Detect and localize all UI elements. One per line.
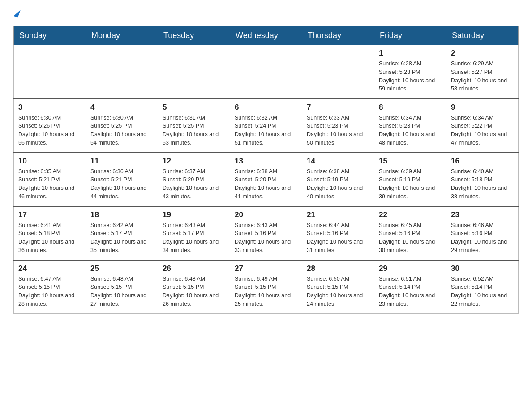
calendar-cell: 1Sunrise: 6:28 AMSunset: 5:28 PMDaylight… <box>374 45 446 99</box>
calendar-cell: 15Sunrise: 6:39 AMSunset: 5:19 PMDayligh… <box>374 153 446 206</box>
calendar-cell <box>158 45 230 99</box>
calendar-cell: 23Sunrise: 6:46 AMSunset: 5:16 PMDayligh… <box>446 206 519 260</box>
calendar-cell: 29Sunrise: 6:51 AMSunset: 5:14 PMDayligh… <box>374 260 446 314</box>
day-number: 21 <box>307 210 369 219</box>
calendar-cell: 3Sunrise: 6:30 AMSunset: 5:26 PMDaylight… <box>14 99 86 153</box>
day-number: 15 <box>379 157 442 166</box>
calendar-cell: 9Sunrise: 6:34 AMSunset: 5:22 PMDaylight… <box>446 99 519 153</box>
day-number: 2 <box>451 49 514 58</box>
calendar-cell: 6Sunrise: 6:32 AMSunset: 5:24 PMDaylight… <box>230 99 302 153</box>
calendar-cell: 5Sunrise: 6:31 AMSunset: 5:25 PMDaylight… <box>158 99 230 153</box>
calendar-cell: 12Sunrise: 6:37 AMSunset: 5:20 PMDayligh… <box>158 153 230 206</box>
day-info: Sunrise: 6:47 AMSunset: 5:15 PMDaylight:… <box>18 275 81 308</box>
calendar-cell <box>230 45 302 99</box>
day-number: 20 <box>235 210 297 219</box>
weekday-header-tuesday: Tuesday <box>158 26 230 45</box>
week-row-3: 10Sunrise: 6:35 AMSunset: 5:21 PMDayligh… <box>14 153 519 206</box>
calendar-cell: 4Sunrise: 6:30 AMSunset: 5:25 PMDaylight… <box>86 99 158 153</box>
calendar-cell: 16Sunrise: 6:40 AMSunset: 5:18 PMDayligh… <box>446 153 519 206</box>
calendar-cell: 18Sunrise: 6:42 AMSunset: 5:17 PMDayligh… <box>86 206 158 260</box>
day-number: 1 <box>379 49 442 58</box>
week-row-4: 17Sunrise: 6:41 AMSunset: 5:18 PMDayligh… <box>14 206 519 260</box>
calendar-cell: 21Sunrise: 6:44 AMSunset: 5:16 PMDayligh… <box>302 206 374 260</box>
calendar-header-row: SundayMondayTuesdayWednesdayThursdayFrid… <box>14 26 519 45</box>
weekday-header-friday: Friday <box>374 26 446 45</box>
calendar-cell: 28Sunrise: 6:50 AMSunset: 5:15 PMDayligh… <box>302 260 374 314</box>
day-number: 22 <box>379 210 442 219</box>
calendar-cell <box>14 45 86 99</box>
day-number: 12 <box>163 157 225 166</box>
day-number: 10 <box>18 157 81 166</box>
calendar-cell: 22Sunrise: 6:45 AMSunset: 5:16 PMDayligh… <box>374 206 446 260</box>
logo <box>13 9 19 17</box>
weekday-header-wednesday: Wednesday <box>230 26 302 45</box>
day-info: Sunrise: 6:42 AMSunset: 5:17 PMDaylight:… <box>90 221 153 255</box>
calendar-cell <box>302 45 374 99</box>
calendar-cell: 11Sunrise: 6:36 AMSunset: 5:21 PMDayligh… <box>86 153 158 206</box>
day-info: Sunrise: 6:41 AMSunset: 5:18 PMDaylight:… <box>18 221 81 255</box>
page-header <box>13 9 519 17</box>
day-info: Sunrise: 6:50 AMSunset: 5:15 PMDaylight:… <box>307 275 369 308</box>
day-number: 17 <box>18 210 81 219</box>
calendar-cell: 10Sunrise: 6:35 AMSunset: 5:21 PMDayligh… <box>14 153 86 206</box>
weekday-header-thursday: Thursday <box>302 26 374 45</box>
day-info: Sunrise: 6:37 AMSunset: 5:20 PMDaylight:… <box>163 167 225 201</box>
calendar-cell: 26Sunrise: 6:48 AMSunset: 5:15 PMDayligh… <box>158 260 230 314</box>
day-info: Sunrise: 6:30 AMSunset: 5:25 PMDaylight:… <box>90 114 153 147</box>
calendar-table: SundayMondayTuesdayWednesdayThursdayFrid… <box>13 26 519 314</box>
calendar-cell: 8Sunrise: 6:34 AMSunset: 5:23 PMDaylight… <box>374 99 446 153</box>
calendar-cell: 27Sunrise: 6:49 AMSunset: 5:15 PMDayligh… <box>230 260 302 314</box>
weekday-header-monday: Monday <box>86 26 158 45</box>
calendar-cell: 30Sunrise: 6:52 AMSunset: 5:14 PMDayligh… <box>446 260 519 314</box>
calendar-cell: 17Sunrise: 6:41 AMSunset: 5:18 PMDayligh… <box>14 206 86 260</box>
day-number: 30 <box>451 264 514 273</box>
day-info: Sunrise: 6:34 AMSunset: 5:22 PMDaylight:… <box>451 114 514 147</box>
day-info: Sunrise: 6:45 AMSunset: 5:16 PMDaylight:… <box>379 221 442 255</box>
logo-triangle-icon <box>13 9 21 17</box>
day-info: Sunrise: 6:38 AMSunset: 5:20 PMDaylight:… <box>235 167 297 201</box>
day-number: 19 <box>163 210 225 219</box>
day-number: 28 <box>307 264 369 273</box>
day-number: 29 <box>379 264 442 273</box>
day-number: 3 <box>18 103 81 112</box>
day-number: 4 <box>90 103 153 112</box>
day-info: Sunrise: 6:46 AMSunset: 5:16 PMDaylight:… <box>451 221 514 255</box>
day-info: Sunrise: 6:38 AMSunset: 5:19 PMDaylight:… <box>307 167 369 201</box>
day-info: Sunrise: 6:43 AMSunset: 5:16 PMDaylight:… <box>235 221 297 255</box>
day-number: 8 <box>379 103 442 112</box>
day-number: 6 <box>235 103 297 112</box>
weekday-header-saturday: Saturday <box>446 26 519 45</box>
week-row-1: 1Sunrise: 6:28 AMSunset: 5:28 PMDaylight… <box>14 45 519 99</box>
day-number: 5 <box>163 103 225 112</box>
calendar-cell: 20Sunrise: 6:43 AMSunset: 5:16 PMDayligh… <box>230 206 302 260</box>
day-number: 18 <box>90 210 153 219</box>
day-info: Sunrise: 6:31 AMSunset: 5:25 PMDaylight:… <box>163 114 225 147</box>
day-number: 24 <box>18 264 81 273</box>
day-info: Sunrise: 6:49 AMSunset: 5:15 PMDaylight:… <box>235 275 297 308</box>
day-number: 14 <box>307 157 369 166</box>
calendar-cell: 2Sunrise: 6:29 AMSunset: 5:27 PMDaylight… <box>446 45 519 99</box>
day-number: 11 <box>90 157 153 166</box>
day-info: Sunrise: 6:44 AMSunset: 5:16 PMDaylight:… <box>307 221 369 255</box>
week-row-2: 3Sunrise: 6:30 AMSunset: 5:26 PMDaylight… <box>14 99 519 153</box>
day-info: Sunrise: 6:39 AMSunset: 5:19 PMDaylight:… <box>379 167 442 201</box>
day-number: 9 <box>451 103 514 112</box>
day-number: 7 <box>307 103 369 112</box>
calendar-cell <box>86 45 158 99</box>
calendar-cell: 13Sunrise: 6:38 AMSunset: 5:20 PMDayligh… <box>230 153 302 206</box>
calendar-cell: 14Sunrise: 6:38 AMSunset: 5:19 PMDayligh… <box>302 153 374 206</box>
day-info: Sunrise: 6:29 AMSunset: 5:27 PMDaylight:… <box>451 60 514 93</box>
day-number: 13 <box>235 157 297 166</box>
week-row-5: 24Sunrise: 6:47 AMSunset: 5:15 PMDayligh… <box>14 260 519 314</box>
day-number: 27 <box>235 264 297 273</box>
calendar-cell: 24Sunrise: 6:47 AMSunset: 5:15 PMDayligh… <box>14 260 86 314</box>
day-info: Sunrise: 6:48 AMSunset: 5:15 PMDaylight:… <box>90 275 153 308</box>
calendar-cell: 25Sunrise: 6:48 AMSunset: 5:15 PMDayligh… <box>86 260 158 314</box>
day-info: Sunrise: 6:30 AMSunset: 5:26 PMDaylight:… <box>18 114 81 147</box>
day-info: Sunrise: 6:32 AMSunset: 5:24 PMDaylight:… <box>235 114 297 147</box>
day-info: Sunrise: 6:48 AMSunset: 5:15 PMDaylight:… <box>163 275 225 308</box>
day-number: 26 <box>163 264 225 273</box>
day-info: Sunrise: 6:34 AMSunset: 5:23 PMDaylight:… <box>379 114 442 147</box>
day-number: 23 <box>451 210 514 219</box>
day-info: Sunrise: 6:52 AMSunset: 5:14 PMDaylight:… <box>451 275 514 308</box>
